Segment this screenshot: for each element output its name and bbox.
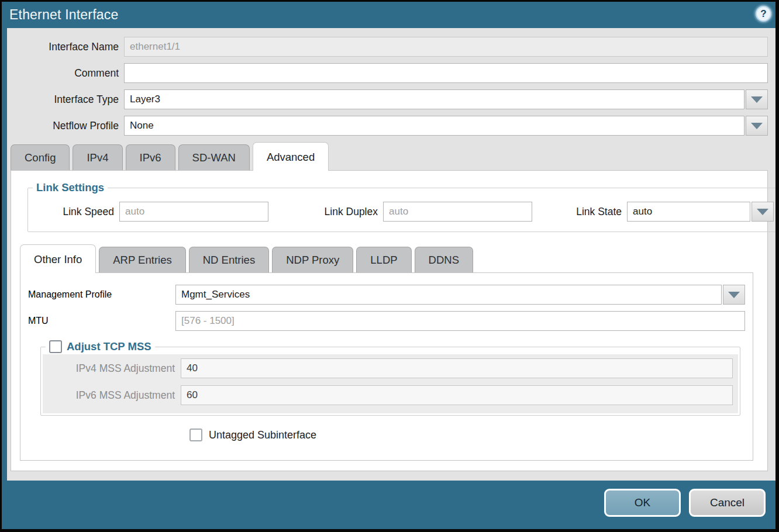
ipv4-mss-row: IPv4 MSS Adjustment bbox=[46, 358, 733, 378]
chevron-down-icon bbox=[757, 209, 768, 215]
comment-label: Comment bbox=[7, 67, 124, 80]
cancel-button[interactable]: Cancel bbox=[689, 489, 766, 517]
tab-nd-entries[interactable]: ND Entries bbox=[189, 247, 269, 272]
main-tab-bar: Config IPv4 IPv6 SD-WAN Advanced bbox=[7, 142, 775, 170]
chevron-down-icon bbox=[751, 123, 763, 129]
management-profile-value[interactable] bbox=[175, 285, 722, 305]
untagged-subinterface-row: Untagged Subinterface bbox=[189, 429, 745, 441]
link-state-dropdown-button[interactable] bbox=[752, 202, 774, 222]
interface-name-label: Interface Name bbox=[7, 41, 124, 53]
tab-sd-wan[interactable]: SD-WAN bbox=[178, 144, 250, 170]
tab-lldp[interactable]: LLDP bbox=[356, 247, 411, 272]
mtu-label: MTU bbox=[28, 316, 175, 326]
ipv6-mss-label: IPv6 MSS Adjustment bbox=[46, 389, 181, 402]
chevron-down-icon bbox=[751, 96, 763, 103]
interface-type-dropdown[interactable] bbox=[124, 89, 768, 109]
tab-ipv4[interactable]: IPv4 bbox=[73, 144, 122, 170]
ok-button[interactable]: OK bbox=[604, 489, 681, 517]
advanced-tab-panel: Link Settings Link Speed Link Duplex Lin… bbox=[11, 170, 768, 471]
tab-config[interactable]: Config bbox=[11, 144, 70, 170]
link-settings-legend: Link Settings bbox=[33, 181, 108, 194]
netflow-profile-row: Netflow Profile bbox=[7, 116, 768, 136]
interface-type-label: Interface Type bbox=[7, 94, 124, 106]
netflow-profile-dropdown[interactable] bbox=[124, 116, 768, 136]
dialog-title: Ethernet Interface bbox=[2, 7, 118, 23]
mss-disabled-area: IPv4 MSS Adjustment IPv6 MSS Adjustment bbox=[43, 354, 738, 413]
management-profile-label: Management Profile bbox=[28, 289, 175, 300]
sub-tab-bar: Other Info ARP Entries ND Entries NDP Pr… bbox=[19, 244, 759, 272]
adjust-tcp-mss-fieldset: Adjust TCP MSS IPv4 MSS Adjustment IPv6 … bbox=[40, 340, 740, 416]
netflow-profile-value[interactable] bbox=[124, 116, 744, 136]
link-state-dropdown[interactable] bbox=[627, 202, 774, 222]
tab-advanced[interactable]: Advanced bbox=[253, 142, 329, 171]
link-settings-row: Link Speed Link Duplex Link State bbox=[28, 194, 775, 232]
ipv6-mss-field bbox=[181, 385, 733, 405]
adjust-tcp-mss-legend: Adjust TCP MSS bbox=[46, 340, 155, 353]
interface-name-field bbox=[124, 37, 768, 57]
comment-field[interactable] bbox=[124, 63, 768, 83]
interface-type-dropdown-button[interactable] bbox=[746, 89, 768, 109]
management-profile-dropdown[interactable] bbox=[175, 285, 745, 305]
netflow-profile-label: Netflow Profile bbox=[7, 120, 124, 132]
netflow-profile-dropdown-button[interactable] bbox=[746, 116, 768, 136]
link-duplex-field[interactable] bbox=[383, 202, 532, 222]
untagged-subinterface-checkbox[interactable] bbox=[189, 429, 202, 441]
link-speed-field[interactable] bbox=[119, 202, 268, 222]
tab-ndp-proxy[interactable]: NDP Proxy bbox=[272, 247, 353, 272]
management-profile-dropdown-button[interactable] bbox=[723, 285, 745, 305]
interface-type-value[interactable] bbox=[124, 89, 744, 109]
management-profile-row: Management Profile bbox=[28, 285, 745, 305]
tab-arp-entries[interactable]: ARP Entries bbox=[99, 247, 185, 272]
link-state-label: Link State bbox=[568, 206, 627, 218]
ethernet-interface-dialog: Ethernet Interface ? Interface Name Comm… bbox=[0, 0, 779, 532]
footer-button-group: OK Cancel bbox=[604, 489, 766, 517]
ipv6-mss-row: IPv6 MSS Adjustment bbox=[46, 385, 733, 405]
mtu-field[interactable] bbox=[175, 311, 745, 331]
dialog-titlebar: Ethernet Interface ? bbox=[2, 2, 775, 28]
untagged-subinterface-label: Untagged Subinterface bbox=[209, 429, 316, 441]
dialog-body: Interface Name Comment Interface Type Ne… bbox=[7, 28, 775, 481]
adjust-tcp-mss-checkbox[interactable] bbox=[49, 340, 62, 353]
help-icon[interactable]: ? bbox=[756, 6, 771, 22]
chevron-down-icon bbox=[728, 292, 740, 298]
dialog-footer: OK Cancel bbox=[2, 481, 775, 529]
mtu-row: MTU bbox=[28, 311, 745, 331]
link-settings-fieldset: Link Settings Link Speed Link Duplex Lin… bbox=[27, 181, 775, 232]
adjust-tcp-mss-legend-text: Adjust TCP MSS bbox=[67, 340, 151, 353]
link-state-value[interactable] bbox=[627, 202, 750, 222]
tab-other-info[interactable]: Other Info bbox=[20, 244, 96, 273]
tab-ipv6[interactable]: IPv6 bbox=[126, 144, 175, 170]
ipv4-mss-label: IPv4 MSS Adjustment bbox=[46, 362, 181, 375]
interface-type-row: Interface Type bbox=[7, 89, 768, 109]
comment-row: Comment bbox=[7, 63, 768, 83]
link-duplex-label: Link Duplex bbox=[294, 206, 383, 218]
other-info-panel: Management Profile MTU bbox=[20, 272, 753, 461]
interface-name-row: Interface Name bbox=[7, 37, 768, 57]
tab-ddns[interactable]: DDNS bbox=[415, 247, 473, 272]
link-speed-label: Link Speed bbox=[33, 206, 119, 218]
ipv4-mss-field bbox=[181, 358, 733, 378]
